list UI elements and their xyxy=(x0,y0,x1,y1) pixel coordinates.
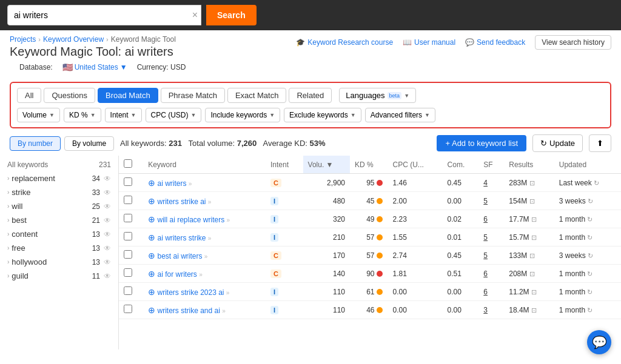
row-select-checkbox[interactable] xyxy=(124,286,132,295)
results-icon: ⊡ xyxy=(529,179,535,187)
sidebar-item[interactable]: ›guild 11👁 xyxy=(0,269,118,283)
row-intent: I xyxy=(266,192,303,210)
refresh-icon[interactable]: ↻ xyxy=(588,252,593,259)
kd-filter[interactable]: KD % ▼ xyxy=(64,108,101,122)
sf-link[interactable]: 6 xyxy=(483,215,488,223)
col-volume[interactable]: Volu. ▼ xyxy=(303,156,350,174)
refresh-icon[interactable]: ↻ xyxy=(587,270,592,277)
add-icon[interactable]: ⊕ xyxy=(148,269,155,279)
sidebar-item[interactable]: ›free 13👁 xyxy=(0,241,118,255)
sf-link[interactable]: 5 xyxy=(483,251,488,260)
feedback-link[interactable]: 💬 Send feedback xyxy=(465,38,525,47)
col-com[interactable]: Com. xyxy=(443,156,479,174)
keyword-link[interactable]: ai writers strike xyxy=(157,234,206,242)
row-select-checkbox[interactable] xyxy=(124,232,132,240)
include-keywords-filter[interactable]: Include keywords ▼ xyxy=(205,108,280,122)
tab-phrase-match[interactable]: Phrase Match xyxy=(161,88,225,103)
row-volume: 110 xyxy=(303,301,350,319)
tab-questions[interactable]: Questions xyxy=(44,88,95,103)
col-sf[interactable]: SF xyxy=(478,156,504,174)
col-updated[interactable]: Updated xyxy=(554,156,621,174)
sidebar-item[interactable]: ›content 13👁 xyxy=(0,227,118,241)
database-country-link[interactable]: 🇺🇸 United States ▼ xyxy=(62,62,127,72)
keyword-link[interactable]: writers strike 2023 ai xyxy=(157,288,224,297)
row-select-checkbox[interactable] xyxy=(124,250,132,259)
breadcrumb-keyword-overview[interactable]: Keyword Overview xyxy=(43,35,104,44)
tab-broad-match[interactable]: Broad Match xyxy=(98,88,158,103)
row-select-checkbox[interactable] xyxy=(124,214,132,222)
row-select-checkbox[interactable] xyxy=(124,305,132,313)
row-kd: 61 xyxy=(350,283,388,301)
volume-filter[interactable]: Volume ▼ xyxy=(17,108,60,122)
sidebar-item[interactable]: ›best 21👁 xyxy=(0,213,118,227)
row-checkbox xyxy=(119,228,143,247)
view-history-button[interactable]: View search history xyxy=(535,35,611,50)
keyword-link[interactable]: writers strike and ai xyxy=(157,306,220,315)
manual-link[interactable]: 📖 User manual xyxy=(403,38,455,47)
sf-link[interactable]: 4 xyxy=(483,179,488,187)
sidebar-item[interactable]: ›strike 33👁 xyxy=(0,185,118,199)
select-all-checkbox[interactable] xyxy=(124,159,132,168)
course-link[interactable]: 🎓 Keyword Research course xyxy=(296,38,393,47)
advanced-filters-filter[interactable]: Advanced filters ▼ xyxy=(365,108,435,122)
tab-exact-match[interactable]: Exact Match xyxy=(227,88,287,103)
chat-bubble[interactable]: 💬 xyxy=(587,330,611,354)
refresh-icon[interactable]: ↻ xyxy=(587,306,592,314)
export-button[interactable]: ⬆ xyxy=(589,134,611,152)
add-icon[interactable]: ⊕ xyxy=(148,233,155,242)
add-icon[interactable]: ⊕ xyxy=(148,196,155,206)
sf-link[interactable]: 6 xyxy=(483,270,488,278)
add-icon[interactable]: ⊕ xyxy=(148,287,155,297)
col-kd[interactable]: KD % xyxy=(350,156,388,174)
keyword-link[interactable]: writers strike ai xyxy=(157,197,206,206)
add-icon[interactable]: ⊕ xyxy=(148,305,155,315)
keyword-link[interactable]: ai for writers xyxy=(157,270,196,279)
add-icon[interactable]: ⊕ xyxy=(148,178,155,188)
row-select-checkbox[interactable] xyxy=(124,177,132,186)
row-select-checkbox[interactable] xyxy=(124,196,132,204)
sf-link[interactable]: 3 xyxy=(483,306,488,314)
intent-filter[interactable]: Intent ▼ xyxy=(105,108,142,122)
update-button[interactable]: ↻ Update xyxy=(532,134,583,152)
col-intent[interactable]: Intent xyxy=(266,156,303,174)
cpc-filter[interactable]: CPC (USD) ▼ xyxy=(146,108,202,122)
exclude-keywords-filter[interactable]: Exclude keywords ▼ xyxy=(284,108,361,122)
sidebar-item[interactable]: ›replacement 34👁 xyxy=(0,171,118,185)
col-keyword[interactable]: Keyword xyxy=(143,156,266,174)
clear-button[interactable]: × xyxy=(192,10,198,21)
sf-link[interactable]: 5 xyxy=(483,233,488,242)
flag-icon: 🇺🇸 xyxy=(62,62,73,72)
col-cpc[interactable]: CPC (U... xyxy=(388,156,442,174)
search-input[interactable] xyxy=(7,5,201,25)
breadcrumb-projects[interactable]: Projects xyxy=(10,35,36,44)
tab-related[interactable]: Related xyxy=(289,88,332,103)
refresh-icon[interactable]: ↻ xyxy=(587,216,592,223)
sidebar-item[interactable]: ›will 25👁 xyxy=(0,199,118,213)
sf-link[interactable]: 6 xyxy=(483,288,488,296)
search-button[interactable]: Search xyxy=(206,5,257,25)
row-com: 0.45 xyxy=(443,174,479,192)
row-select-checkbox[interactable] xyxy=(124,268,132,277)
sort-by-volume[interactable]: By volume xyxy=(64,136,114,151)
refresh-icon[interactable]: ↻ xyxy=(588,197,593,205)
sf-link[interactable]: 5 xyxy=(483,197,488,205)
add-icon[interactable]: ⊕ xyxy=(148,251,155,260)
refresh-icon[interactable]: ↻ xyxy=(587,234,592,241)
row-com: 0.01 xyxy=(443,228,479,247)
tab-all[interactable]: All xyxy=(17,88,41,103)
add-to-keyword-list-button[interactable]: + Add to keyword list xyxy=(437,135,526,151)
row-sf: 6 xyxy=(478,210,504,228)
languages-button[interactable]: Languages beta ▼ xyxy=(339,88,416,103)
keyword-link[interactable]: will ai replace writers xyxy=(157,216,224,224)
col-results[interactable]: Results xyxy=(504,156,554,174)
add-icon[interactable]: ⊕ xyxy=(148,214,155,224)
row-intent: I xyxy=(266,283,303,301)
refresh-icon[interactable]: ↻ xyxy=(594,179,599,187)
sort-by-number[interactable]: By number xyxy=(10,136,61,151)
sidebar-item[interactable]: ›hollywood 13👁 xyxy=(0,255,118,269)
keyword-link[interactable]: ai writers xyxy=(157,179,186,188)
refresh-icon[interactable]: ↻ xyxy=(587,288,592,296)
row-intent: C xyxy=(266,247,303,265)
row-results: 133M ⊡ xyxy=(504,247,554,265)
keyword-link[interactable]: best ai writers xyxy=(157,252,202,260)
